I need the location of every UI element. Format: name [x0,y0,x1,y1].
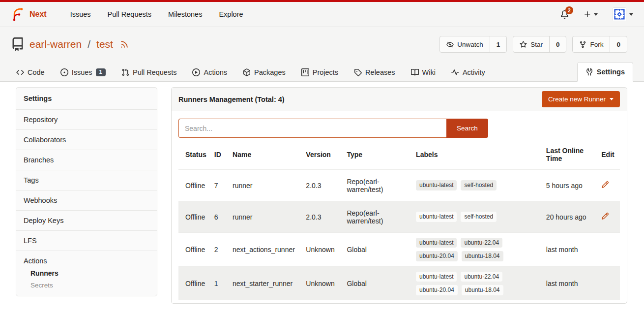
runner-status: Offline [178,170,210,201]
runner-type: Global [343,233,412,267]
fork-icon [579,41,586,48]
forks-count[interactable]: 0 [610,36,627,52]
tab-label: Actions [204,68,227,76]
search-button[interactable]: Search [446,119,488,138]
notification-count-badge: 2 [565,6,573,14]
sidebar-item-repository[interactable]: Repository [16,109,157,129]
settings-content: Settings Repository Collaborators Branch… [0,82,644,304]
search-input[interactable] [178,119,446,138]
fork-button[interactable]: Fork [573,36,610,52]
repo-icon [11,37,25,51]
eye-closed-icon [446,41,454,48]
unwatch-label: Unwatch [457,41,483,48]
column-labels: Labels [412,140,542,170]
runner-status: Offline [178,233,210,267]
sidebar-item-runners[interactable]: Runners [24,265,149,277]
sidebar-item-secrets[interactable]: Secrets [24,277,149,289]
chevron-down-icon [610,98,614,100]
tab-issues[interactable]: Issues 1 [55,63,111,81]
label-chip: ubuntu-latest [416,180,457,190]
tab-code[interactable]: Code [11,63,50,81]
label-chip: ubuntu-18.04 [462,251,503,261]
column-status: Status [178,140,210,170]
star-button[interactable]: Star [513,36,549,52]
forgejo-logo-icon [11,7,26,22]
home-brand-link[interactable]: Next [11,7,47,22]
label-chip: ubuntu-latest [416,212,457,222]
tab-releases[interactable]: Releases [349,63,400,81]
sidebar-item-deploy-keys[interactable]: Deploy Keys [16,210,157,230]
stars-count[interactable]: 0 [549,36,566,52]
nav-link-milestones[interactable]: Milestones [168,10,202,18]
runner-status: Offline [178,201,210,233]
label-chip: self-hosted [461,180,497,190]
sidebar-item-tags[interactable]: Tags [16,170,157,190]
tab-label: Code [28,68,45,76]
runner-version: 2.0.3 [302,201,343,233]
sidebar-item-collaborators[interactable]: Collaborators [16,129,157,150]
sidebar-item-branches[interactable]: Branches [16,150,157,170]
tab-pull-requests[interactable]: Pull Requests [116,63,182,81]
repo-title: earl-warren / test [11,37,129,51]
tab-wiki[interactable]: Wiki [406,63,441,81]
issue-opened-icon [60,68,68,76]
sidebar-item-lfs[interactable]: LFS [16,230,157,251]
runners-table: Status ID Name Version Type Labels Last … [178,140,620,300]
runner-labels: ubuntu-latest ubuntu-22.04 ubuntu-20.04 … [416,272,514,295]
runner-name: runner [229,170,302,201]
tab-activity[interactable]: Activity [446,63,491,81]
create-menu-button[interactable] [584,10,598,18]
edit-runner-button[interactable] [601,212,609,220]
create-new-runner-button[interactable]: Create new Runner [542,91,620,107]
tab-packages[interactable]: Packages [237,63,291,81]
chevron-down-icon [629,13,633,16]
repo-tab-bar: Code Issues 1 Pull Requests Actions Pack… [0,61,644,82]
label-chip: ubuntu-20.04 [416,251,458,261]
tab-actions[interactable]: Actions [187,63,233,81]
repo-header: earl-warren / test Unwatch 1 Star 0 [0,27,644,61]
book-icon [411,68,419,76]
runner-name: next_starter_runner [229,266,302,300]
play-circle-icon [192,68,200,76]
git-pull-request-icon [121,68,129,76]
create-runner-label: Create new Runner [548,95,606,103]
unwatch-button[interactable]: Unwatch [440,36,490,52]
tools-icon [585,68,593,76]
fork-label: Fork [590,41,603,48]
watchers-count[interactable]: 1 [490,36,507,52]
table-header-row: Status ID Name Version Type Labels Last … [178,140,620,170]
runner-id: 7 [210,170,229,201]
column-last-online-time: Last Online Time [542,140,597,170]
notifications-button[interactable]: 2 [560,10,569,19]
runner-version: Unknown [302,233,343,267]
repo-action-buttons: Unwatch 1 Star 0 Fork 0 [439,36,627,53]
project-board-icon [301,68,309,76]
rss-feed-icon[interactable] [120,40,129,49]
column-type: Type [343,140,412,170]
repo-owner-link[interactable]: earl-warren [29,38,82,50]
runner-last-online: last month [542,266,597,300]
tab-label: Issues [72,68,92,76]
runner-id: 2 [210,233,229,267]
runner-id: 6 [210,201,229,233]
nav-link-issues[interactable]: Issues [70,10,91,18]
user-menu-button[interactable] [613,7,633,21]
tag-icon [354,68,362,76]
tab-projects[interactable]: Projects [296,63,344,81]
nav-link-explore[interactable]: Explore [219,10,243,18]
runner-labels: ubuntu-latest ubuntu-22.04 ubuntu-20.04 … [416,238,514,261]
repo-name-link[interactable]: test [96,38,113,50]
runner-labels: ubuntu-latest self-hosted [416,212,514,222]
runner-labels: ubuntu-latest self-hosted [416,180,514,190]
nav-link-pull-requests[interactable]: Pull Requests [108,10,151,18]
label-chip: self-hosted [461,212,497,222]
runner-last-online: 20 hours ago [542,201,597,233]
sidebar-item-webhooks[interactable]: Webhooks [16,190,157,210]
runner-version: Unknown [302,266,343,300]
sidebar-item-actions[interactable]: Actions [24,257,149,265]
tab-settings[interactable]: Settings [577,62,633,82]
edit-runner-button[interactable] [601,181,609,189]
top-navbar: Next Issues Pull Requests Milestones Exp… [0,2,644,27]
label-chip: ubuntu-18.04 [462,285,503,295]
tab-label: Releases [365,68,395,76]
